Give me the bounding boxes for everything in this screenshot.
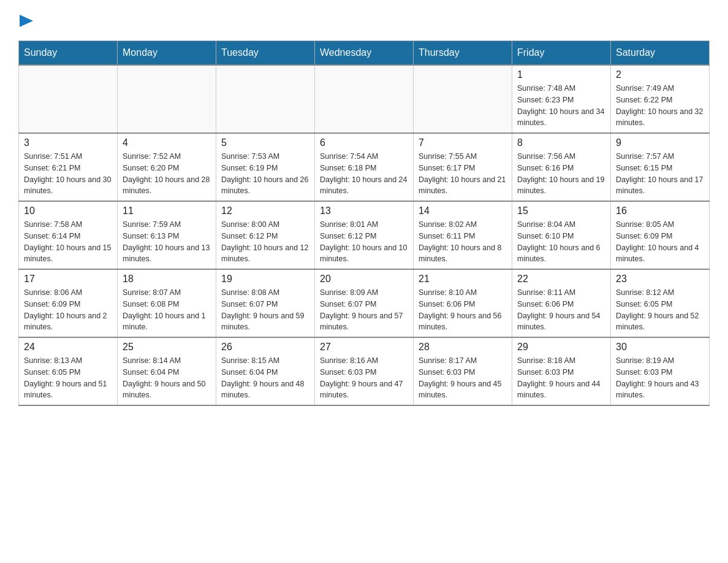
day-number: 26 (221, 342, 309, 353)
day-sun-info: Sunrise: 8:01 AMSunset: 6:12 PMDaylight:… (320, 219, 408, 265)
day-sun-info: Sunrise: 7:58 AMSunset: 6:14 PMDaylight:… (24, 219, 112, 265)
day-number: 24 (24, 342, 112, 353)
day-number: 11 (123, 205, 211, 216)
day-sun-info: Sunrise: 8:16 AMSunset: 6:03 PMDaylight:… (320, 355, 408, 401)
weekday-header-monday: Monday (118, 41, 216, 66)
weekday-header-tuesday: Tuesday (216, 41, 315, 66)
calendar-cell: 25Sunrise: 8:14 AMSunset: 6:04 PMDayligh… (118, 337, 216, 405)
day-sun-info: Sunrise: 8:02 AMSunset: 6:11 PMDaylight:… (419, 219, 507, 265)
day-number: 12 (221, 205, 309, 216)
day-sun-info: Sunrise: 8:13 AMSunset: 6:05 PMDaylight:… (24, 355, 112, 401)
weekday-header-row: SundayMondayTuesdayWednesdayThursdayFrid… (19, 41, 710, 66)
calendar-week-row: 1Sunrise: 7:48 AMSunset: 6:23 PMDaylight… (19, 65, 710, 133)
calendar-cell: 17Sunrise: 8:06 AMSunset: 6:09 PMDayligh… (19, 269, 118, 337)
calendar-cell: 30Sunrise: 8:19 AMSunset: 6:03 PMDayligh… (611, 337, 710, 405)
day-sun-info: Sunrise: 7:48 AMSunset: 6:23 PMDaylight:… (517, 83, 605, 129)
day-number: 16 (616, 205, 704, 216)
calendar-cell (118, 65, 216, 133)
calendar-cell: 19Sunrise: 8:08 AMSunset: 6:07 PMDayligh… (216, 269, 315, 337)
calendar-cell: 10Sunrise: 7:58 AMSunset: 6:14 PMDayligh… (19, 201, 118, 269)
day-sun-info: Sunrise: 8:09 AMSunset: 6:07 PMDaylight:… (320, 287, 408, 333)
calendar-cell: 4Sunrise: 7:52 AMSunset: 6:20 PMDaylight… (118, 133, 216, 201)
day-number: 18 (123, 274, 211, 285)
day-number: 10 (24, 205, 112, 216)
day-sun-info: Sunrise: 7:51 AMSunset: 6:21 PMDaylight:… (24, 151, 112, 197)
day-sun-info: Sunrise: 8:08 AMSunset: 6:07 PMDaylight:… (221, 287, 309, 333)
day-number: 21 (419, 274, 507, 285)
day-sun-info: Sunrise: 8:07 AMSunset: 6:08 PMDaylight:… (123, 287, 211, 333)
day-number: 25 (123, 342, 211, 353)
day-number: 30 (616, 342, 704, 353)
calendar-cell: 21Sunrise: 8:10 AMSunset: 6:06 PMDayligh… (414, 269, 512, 337)
day-sun-info: Sunrise: 8:00 AMSunset: 6:12 PMDaylight:… (221, 219, 309, 265)
day-number: 29 (517, 342, 605, 353)
calendar-cell: 2Sunrise: 7:49 AMSunset: 6:22 PMDaylight… (611, 65, 710, 133)
day-sun-info: Sunrise: 8:14 AMSunset: 6:04 PMDaylight:… (123, 355, 211, 401)
calendar-cell: 16Sunrise: 8:05 AMSunset: 6:09 PMDayligh… (611, 201, 710, 269)
day-sun-info: Sunrise: 8:10 AMSunset: 6:06 PMDaylight:… (419, 287, 507, 333)
day-number: 9 (616, 137, 704, 148)
calendar-cell: 20Sunrise: 8:09 AMSunset: 6:07 PMDayligh… (315, 269, 414, 337)
day-number: 27 (320, 342, 408, 353)
day-number: 1 (517, 69, 605, 80)
weekday-header-wednesday: Wednesday (315, 41, 414, 66)
weekday-header-friday: Friday (512, 41, 611, 66)
calendar-cell: 7Sunrise: 7:55 AMSunset: 6:17 PMDaylight… (414, 133, 512, 201)
day-number: 5 (221, 137, 309, 148)
day-number: 8 (517, 137, 605, 148)
calendar-cell (315, 65, 414, 133)
calendar-cell: 5Sunrise: 7:53 AMSunset: 6:19 PMDaylight… (216, 133, 315, 201)
day-sun-info: Sunrise: 7:59 AMSunset: 6:13 PMDaylight:… (123, 219, 211, 265)
calendar-cell: 26Sunrise: 8:15 AMSunset: 6:04 PMDayligh… (216, 337, 315, 405)
day-sun-info: Sunrise: 7:49 AMSunset: 6:22 PMDaylight:… (616, 83, 704, 129)
calendar-cell: 18Sunrise: 8:07 AMSunset: 6:08 PMDayligh… (118, 269, 216, 337)
calendar-cell: 22Sunrise: 8:11 AMSunset: 6:06 PMDayligh… (512, 269, 611, 337)
calendar-table: SundayMondayTuesdayWednesdayThursdayFrid… (18, 40, 710, 406)
day-number: 4 (123, 137, 211, 148)
calendar-week-row: 17Sunrise: 8:06 AMSunset: 6:09 PMDayligh… (19, 269, 710, 337)
calendar-cell (216, 65, 315, 133)
calendar-cell: 8Sunrise: 7:56 AMSunset: 6:16 PMDaylight… (512, 133, 611, 201)
calendar-cell: 23Sunrise: 8:12 AMSunset: 6:05 PMDayligh… (611, 269, 710, 337)
weekday-header-sunday: Sunday (19, 41, 118, 66)
day-number: 28 (419, 342, 507, 353)
day-sun-info: Sunrise: 8:05 AMSunset: 6:09 PMDaylight:… (616, 219, 704, 265)
day-number: 23 (616, 274, 704, 285)
day-sun-info: Sunrise: 8:12 AMSunset: 6:05 PMDaylight:… (616, 287, 704, 333)
day-number: 15 (517, 205, 605, 216)
day-sun-info: Sunrise: 7:56 AMSunset: 6:16 PMDaylight:… (517, 151, 605, 197)
calendar-cell: 27Sunrise: 8:16 AMSunset: 6:03 PMDayligh… (315, 337, 414, 405)
day-sun-info: Sunrise: 7:54 AMSunset: 6:18 PMDaylight:… (320, 151, 408, 197)
day-number: 22 (517, 274, 605, 285)
day-number: 2 (616, 69, 704, 80)
day-number: 19 (221, 274, 309, 285)
day-sun-info: Sunrise: 8:15 AMSunset: 6:04 PMDaylight:… (221, 355, 309, 401)
weekday-header-thursday: Thursday (414, 41, 512, 66)
day-sun-info: Sunrise: 7:57 AMSunset: 6:15 PMDaylight:… (616, 151, 704, 197)
day-number: 13 (320, 205, 408, 216)
day-sun-info: Sunrise: 7:55 AMSunset: 6:17 PMDaylight:… (419, 151, 507, 197)
calendar-cell (414, 65, 512, 133)
day-number: 20 (320, 274, 408, 285)
day-sun-info: Sunrise: 7:52 AMSunset: 6:20 PMDaylight:… (123, 151, 211, 197)
page-header (18, 12, 710, 28)
day-sun-info: Sunrise: 8:06 AMSunset: 6:09 PMDaylight:… (24, 287, 112, 333)
calendar-cell: 14Sunrise: 8:02 AMSunset: 6:11 PMDayligh… (414, 201, 512, 269)
calendar-week-row: 10Sunrise: 7:58 AMSunset: 6:14 PMDayligh… (19, 201, 710, 269)
day-sun-info: Sunrise: 8:17 AMSunset: 6:03 PMDaylight:… (419, 355, 507, 401)
calendar-cell (19, 65, 118, 133)
calendar-cell: 13Sunrise: 8:01 AMSunset: 6:12 PMDayligh… (315, 201, 414, 269)
day-sun-info: Sunrise: 8:18 AMSunset: 6:03 PMDaylight:… (517, 355, 605, 401)
logo-arrow-icon (20, 15, 33, 28)
day-sun-info: Sunrise: 7:53 AMSunset: 6:19 PMDaylight:… (221, 151, 309, 197)
day-number: 14 (419, 205, 507, 216)
day-number: 6 (320, 137, 408, 148)
logo (18, 12, 60, 28)
svg-marker-0 (20, 15, 33, 27)
calendar-cell: 24Sunrise: 8:13 AMSunset: 6:05 PMDayligh… (19, 337, 118, 405)
day-sun-info: Sunrise: 8:11 AMSunset: 6:06 PMDaylight:… (517, 287, 605, 333)
day-number: 17 (24, 274, 112, 285)
calendar-cell: 3Sunrise: 7:51 AMSunset: 6:21 PMDaylight… (19, 133, 118, 201)
calendar-cell: 1Sunrise: 7:48 AMSunset: 6:23 PMDaylight… (512, 65, 611, 133)
calendar-cell: 6Sunrise: 7:54 AMSunset: 6:18 PMDaylight… (315, 133, 414, 201)
